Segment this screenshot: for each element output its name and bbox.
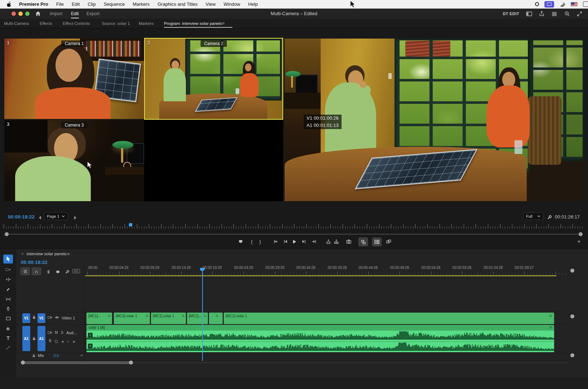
mute-button[interactable]: M — [55, 331, 58, 335]
work-area-bar[interactable] — [85, 275, 556, 276]
mark-out-button[interactable]: } — [255, 237, 265, 246]
multicam-camera-3[interactable]: 3 Camera 3 — [4, 120, 144, 201]
tab-source[interactable]: Source: solar 1 — [102, 19, 130, 28]
track-target-a1[interactable]: A1 — [37, 326, 45, 351]
timeline-clip[interactable]: fx — [209, 313, 223, 324]
multicam-flatten-button[interactable] — [384, 237, 393, 246]
rectangle-tool[interactable] — [3, 314, 13, 323]
program-playhead-marker[interactable] — [129, 223, 132, 226]
insert-overwrite-toggle[interactable] — [21, 268, 30, 275]
timeline-ruler-ticks[interactable] — [85, 271, 568, 275]
timeline-panel-menu-icon[interactable]: ≡ — [67, 251, 70, 257]
fx-badge[interactable]: fx — [146, 314, 148, 318]
fx-badge[interactable]: fx — [549, 314, 552, 318]
track-select-forward-tool[interactable] — [3, 265, 13, 274]
playback-resolution-select[interactable]: Full — [523, 212, 543, 220]
workspaces-icon[interactable] — [526, 12, 532, 16]
timeline-playhead-line[interactable] — [202, 271, 203, 361]
tab-effects[interactable]: Effects — [40, 19, 52, 28]
voiceover-mic-icon[interactable] — [48, 339, 52, 343]
timeline-vscroll-top-handle[interactable] — [570, 269, 574, 273]
menu-help[interactable]: Help — [244, 1, 262, 7]
sync-lock-icon[interactable] — [48, 331, 52, 335]
program-scrollbar-track[interactable] — [9, 234, 579, 235]
audio-track-name[interactable]: Aud... — [66, 331, 77, 335]
solo-button[interactable]: S — [61, 331, 63, 335]
menu-view[interactable]: View — [202, 1, 220, 7]
keyframe-path-tool[interactable] — [3, 343, 13, 352]
step-back-button[interactable] — [281, 237, 290, 246]
export-frame-button[interactable] — [344, 237, 353, 246]
sync-lock-icon[interactable] — [48, 315, 52, 319]
go-to-in-button[interactable] — [271, 237, 280, 246]
add-marker-button[interactable] — [236, 237, 245, 246]
go-to-out-button[interactable] — [309, 237, 318, 246]
workspace-label[interactable]: DT EDIT — [503, 12, 519, 16]
previous-keyframe-icon[interactable]: ◀ — [61, 340, 63, 343]
settings-wrench-icon[interactable] — [545, 213, 554, 222]
record-icon[interactable] — [535, 2, 539, 6]
linked-selection-toggle[interactable] — [44, 268, 53, 276]
menu-sequence[interactable]: Sequence — [100, 1, 129, 7]
menu-file[interactable]: File — [52, 1, 68, 7]
program-scrollbar-right-handle[interactable] — [579, 232, 583, 236]
program-monitor-image[interactable]: V1 00:01:00:26 A1 00:01:01:13 — [285, 39, 584, 201]
fx-badge[interactable]: fx — [216, 314, 218, 318]
quick-search-icon[interactable] — [564, 11, 570, 17]
audio-clip[interactable]: solar 1 [A] fx 1 2 — [86, 325, 554, 352]
hand-tool[interactable] — [3, 324, 13, 333]
timeline-clip[interactable]: [MC1] solar 1fx — [224, 313, 554, 324]
multicam-camera-1[interactable]: 1 Camera 1 — [4, 39, 144, 119]
fx-badge[interactable]: fx — [204, 314, 206, 318]
timeline-hscroll-right-handle[interactable] — [129, 361, 133, 364]
menu-edit[interactable]: Edit — [68, 1, 84, 7]
track-meter-value[interactable]: O. — [55, 340, 59, 344]
apple-menu-icon[interactable] — [0, 1, 15, 7]
us-flag-icon[interactable] — [571, 2, 578, 6]
next-page-icon[interactable] — [71, 213, 80, 222]
razor-tool[interactable] — [3, 284, 13, 293]
track-target-v1[interactable]: V1 — [37, 313, 45, 323]
timeline-ruler[interactable]: :00:00 00:00:04:29 00:00:09:29 00:00:14:… — [85, 266, 568, 271]
mix-level-value[interactable]: 0.0 — [54, 354, 59, 358]
toggle-multicam-record-button[interactable] — [358, 238, 368, 246]
stacked-panels-icon[interactable] — [551, 12, 557, 16]
captions-toggle[interactable]: CC — [72, 269, 80, 273]
timeline-current-timecode[interactable]: 00:00:18:22 — [21, 260, 48, 265]
video-track-resize-handle[interactable] — [570, 314, 574, 318]
mix-track-label[interactable]: Mix — [38, 353, 44, 358]
timeline-settings-wrench-icon[interactable] — [62, 268, 72, 276]
share-icon[interactable] — [539, 11, 544, 17]
selection-tool[interactable] — [3, 255, 13, 264]
timeline-tab-close-icon[interactable]: × — [21, 252, 23, 256]
display-icon[interactable] — [583, 1, 588, 7]
fx-badge[interactable]: fx — [549, 326, 552, 329]
timeline-add-marker-button[interactable] — [53, 268, 62, 276]
tab-markers[interactable]: Markers — [139, 19, 154, 28]
page-select[interactable]: Page 1 — [44, 212, 68, 220]
audio-track-resize-handle[interactable] — [570, 353, 574, 357]
timeline-clip[interactable]: [MC1] solar 1fx — [151, 313, 186, 324]
program-current-timecode[interactable]: 00:00:18:22 — [8, 214, 35, 220]
video-track-name[interactable]: Video 1 — [62, 316, 75, 320]
tab-multi-camera[interactable]: Multi-Camera — [4, 19, 29, 28]
track-visibility-eye-icon[interactable] — [54, 315, 59, 319]
fx-badge[interactable]: fx — [108, 314, 111, 318]
timeline-clip[interactable]: [MC2]...fx — [187, 313, 208, 324]
next-keyframe-icon[interactable]: ▶ — [73, 340, 75, 343]
play-button[interactable] — [290, 237, 299, 246]
multicam-camera-2-selected[interactable]: 2 Camera 2 — [144, 38, 283, 120]
handoff-icon[interactable] — [560, 2, 565, 7]
snap-magnet-toggle[interactable]: ∩ — [32, 268, 41, 275]
previous-page-icon[interactable] — [35, 213, 45, 222]
menu-markers[interactable]: Markers — [129, 1, 153, 7]
slip-tool[interactable] — [3, 295, 13, 304]
menu-graphics-titles[interactable]: Graphics and Titles — [153, 1, 201, 7]
source-patch-a1[interactable]: A1 — [22, 326, 30, 351]
menu-clip[interactable]: Clip — [84, 1, 99, 7]
menu-premiere-pro[interactable]: Premiere Pro — [15, 1, 52, 7]
program-mini-ruler[interactable] — [4, 222, 584, 229]
multicam-view-button[interactable] — [372, 238, 382, 246]
timeline-hscroll-left-handle[interactable] — [21, 361, 25, 364]
timeline-clip[interactable]: [MC3] solar 1fx — [114, 313, 150, 324]
